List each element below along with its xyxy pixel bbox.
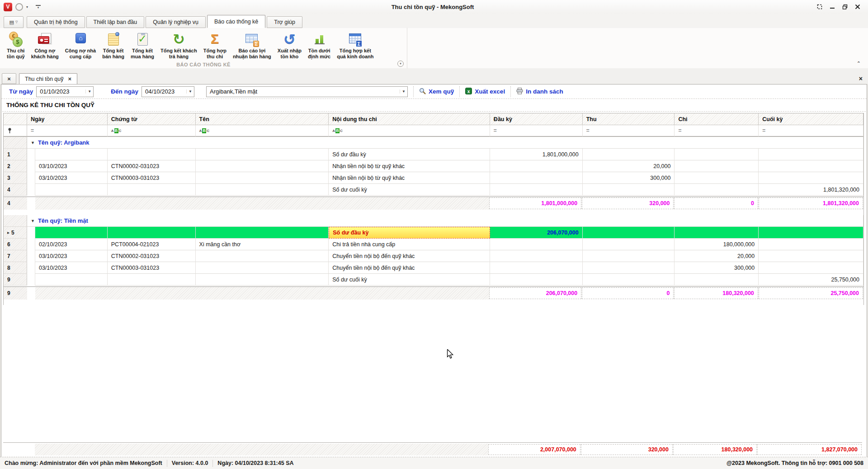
table-row[interactable]: 803/10/2023CTN00003-031023Chuyển tiền nộ…: [4, 262, 863, 274]
column-header-thu[interactable]: Thu: [583, 113, 675, 125]
row-indent: [27, 149, 35, 160]
filter-cell-noidung[interactable]: ABC: [329, 125, 490, 137]
chevron-down-icon[interactable]: ▾: [26, 5, 28, 9]
filter-toolbar: Từ ngày 01/10/2023 ▼ Đến ngày 04/10/2023…: [1, 84, 867, 99]
dropdown-arrow-icon[interactable]: ▼: [85, 89, 93, 94]
ribbon-item-returns[interactable]: Tổng kết kháchtrả hàng: [157, 31, 200, 61]
qat-customize-icon[interactable]: ▾: [36, 5, 41, 9]
filter-cell-thu[interactable]: =: [583, 125, 675, 137]
column-header-ngay[interactable]: Ngày: [27, 113, 108, 125]
close-tab-icon[interactable]: ×: [68, 75, 71, 82]
column-header-chi[interactable]: Chi: [675, 113, 759, 125]
group-label: ▼Tên quỹ: Argibank: [27, 137, 863, 149]
cell-ten: Xi măng cần thơ: [196, 239, 329, 250]
application-menu-button[interactable]: ▤▽: [4, 16, 24, 28]
row-number: 3: [4, 172, 27, 184]
column-header-noidung[interactable]: Nội dung thu chi: [329, 113, 490, 125]
ribbon-item-supplier-debt[interactable]: Công nợ nhàcung cấp: [62, 31, 99, 61]
row-header-corner: [4, 113, 27, 125]
column-header-chungtu[interactable]: Chứng từ: [108, 113, 196, 125]
collapse-triangle-icon[interactable]: ▼: [31, 219, 35, 223]
group-collapse-icon[interactable]: ▾: [397, 61, 404, 67]
group-row[interactable]: ▼Tên quỹ: Tiền mặt: [4, 215, 863, 227]
button-xem-quy[interactable]: Xem quỹ: [419, 88, 454, 96]
ribbon-item-result-table[interactable]: Tổng hợp kếtquả kinh doanh: [334, 31, 377, 61]
table-row[interactable]: 1Số dư đầu kỳ1,801,000,000: [4, 149, 863, 160]
cell-noidung: Số dư cuối kỳ: [329, 184, 490, 196]
table-row[interactable]: 602/10/2023PCT00004-021023Xi măng cần th…: [4, 239, 863, 250]
table-row[interactable]: 203/10/2023CTN00002-031023Nhận tiền nội …: [4, 160, 863, 172]
close-document-button[interactable]: ×: [2, 73, 16, 84]
column-header-cuoiky[interactable]: Cuối kỳ: [759, 113, 863, 125]
profit-table-icon: [244, 32, 260, 47]
ribbon-item-sigma[interactable]: Tổng hợpthu chi: [200, 31, 230, 61]
summary-thu: 320,000: [582, 197, 674, 209]
ribbon-tab-tro-giup[interactable]: Trợ giúp: [267, 16, 302, 28]
filter-cell-cuoiky[interactable]: =: [759, 125, 863, 137]
column-header-dauky[interactable]: Đầu kỳ: [490, 113, 583, 125]
fullscreen-icon[interactable]: [816, 3, 824, 11]
filter-cell-ngay[interactable]: =: [27, 125, 108, 137]
column-header-ten[interactable]: Tên: [196, 113, 329, 125]
minimize-icon[interactable]: [828, 3, 836, 11]
from-date-input[interactable]: 01/10/2023 ▼: [36, 86, 94, 97]
ribbon-item-label: Tổng kếtbán hàng: [102, 48, 124, 60]
ribbon-item-inventory-io[interactable]: Xuất nhậptồn kho: [274, 31, 305, 61]
ribbon-item-purchase-check[interactable]: Tổng kếtmua hàng: [127, 31, 157, 61]
restore-icon[interactable]: [841, 3, 849, 11]
cell-ten: [196, 172, 329, 184]
ribbon-tab-thiet-lap-ban-dau[interactable]: Thiết lập ban đầu: [86, 16, 145, 28]
grand-total-panel: 2,007,070,000320,000180,320,0001,827,070…: [3, 442, 862, 455]
filter-cell-dauky[interactable]: =: [490, 125, 583, 137]
qat-button-icon[interactable]: [15, 3, 23, 11]
filter-cell-chungtu[interactable]: ABC: [108, 125, 196, 137]
filter-cell-ten[interactable]: ABC: [196, 125, 329, 137]
table-row[interactable]: 303/10/2023CTN00003-031023Nhận tiền nội …: [4, 172, 863, 184]
table-row[interactable]: 4Số dư cuối kỳ1,801,320,000: [4, 184, 863, 196]
sales-note-icon: [105, 32, 122, 47]
button-xuat-excel[interactable]: xXuất excel: [465, 88, 505, 96]
ribbon-item-label: Tổng hợpthu chi: [203, 48, 226, 60]
row-indent: [27, 250, 35, 262]
cell-chungtu: [108, 149, 196, 160]
row-number: 6: [4, 239, 27, 250]
date-text: Ngày: 04/10/2023 8:31:45 SA: [213, 460, 298, 466]
ribbon-collapse-icon[interactable]: ⌃: [857, 61, 861, 66]
close-panel-icon[interactable]: ×: [859, 75, 866, 84]
row-indent: [27, 262, 35, 274]
cell-thu: [583, 149, 675, 160]
summary-spacer: [35, 197, 489, 210]
ribbon-tab-quan-tri-he-thong[interactable]: Quản trị hệ thống: [27, 16, 85, 28]
cell-thu: 20,000: [583, 160, 675, 172]
dropdown-arrow-icon[interactable]: ▼: [186, 89, 194, 94]
button-in-danh-sach[interactable]: In danh sách: [516, 88, 563, 96]
group-row[interactable]: ▼Tên quỹ: Argibank: [4, 137, 863, 149]
table-row[interactable]: 9Số dư cuối kỳ25,750,000: [4, 274, 863, 286]
ribbon-item-customer-debt[interactable]: Công nợkhách hàng: [28, 31, 62, 61]
filter-cell-chi[interactable]: =: [675, 125, 759, 137]
cell-ngay: 03/10/2023: [35, 250, 108, 262]
cell-cuoiky: [759, 250, 863, 262]
button-label: In danh sách: [526, 88, 563, 95]
dropdown-arrow-icon[interactable]: ▼: [400, 89, 407, 94]
group-spacer: [4, 300, 863, 305]
cell-cuoiky: [759, 262, 863, 274]
cell-noidung: Chuyển tiền nội bộ đến quỹ khác: [329, 262, 490, 274]
fund-select[interactable]: Argibank,Tiền mặt ▼: [206, 86, 408, 97]
ribbon-item-bar-chart[interactable]: Tồn dướiđịnh mức: [305, 31, 334, 61]
ribbon-item-profit-table[interactable]: Báo cáo lợinhuận bán hàng: [230, 31, 274, 61]
supplier-debt-icon: [72, 32, 89, 47]
ribbon-tab-bao-cao-thong-ke[interactable]: Báo cáo thống kê: [207, 15, 265, 28]
ribbon-item-sales-note[interactable]: Tổng kếtbán hàng: [99, 31, 127, 61]
collapse-triangle-icon[interactable]: ▼: [31, 141, 35, 145]
ribbon-item-coins[interactable]: Thu chitồn quỹ: [4, 31, 28, 61]
to-date-input[interactable]: 04/10/2023 ▼: [142, 86, 194, 97]
close-icon[interactable]: [854, 3, 862, 11]
document-tab-active[interactable]: Thu chi tồn quỹ ×: [19, 73, 77, 84]
filter-pin-icon[interactable]: [4, 125, 27, 137]
equals-filter-icon: =: [678, 127, 681, 134]
cell-cuoiky: [759, 227, 863, 239]
table-row[interactable]: ▸5Số dư đầu kỳ206,070,000: [4, 227, 863, 239]
table-row[interactable]: 703/10/2023CTN00002-031023Chuyển tiền nộ…: [4, 250, 863, 262]
ribbon-tab-quan-ly-nghiep-vu[interactable]: Quản lý nghiệp vụ: [146, 16, 206, 28]
